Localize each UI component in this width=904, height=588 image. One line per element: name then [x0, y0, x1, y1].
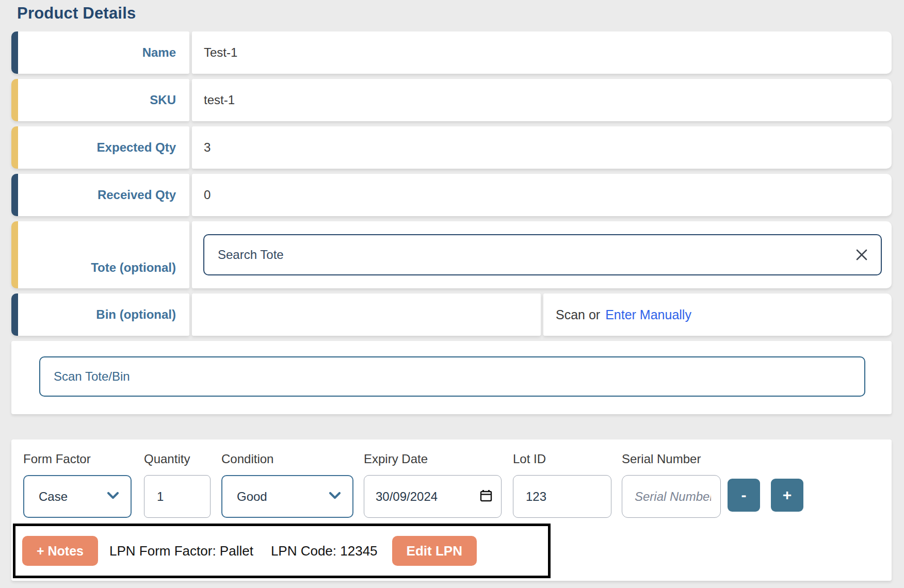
calendar-icon[interactable]	[479, 489, 493, 504]
page-title: Product Details	[17, 4, 136, 23]
product-details-page: Product Details NameTest-1SKUtest-1Expec…	[0, 0, 904, 588]
scan-tote-bin-input[interactable]	[39, 356, 865, 397]
tote-label-cell: Tote (optional)	[11, 221, 189, 288]
row-label: Expected Qty	[97, 140, 176, 155]
tote-row: Tote (optional) Search Tote	[11, 221, 892, 288]
bin-label-cell: Bin (optional)	[11, 293, 189, 336]
section-gap	[11, 419, 892, 434]
line-item-card: Form Factor Quantity Condition Expiry Da…	[11, 439, 892, 581]
lpn-section: + Notes LPN Form Factor: Pallet LPN Code…	[13, 524, 551, 578]
enter-manually-link[interactable]: Enter Manually	[605, 307, 691, 322]
detail-rows: NameTest-1SKUtest-1Expected Qty3Received…	[11, 31, 892, 216]
expiry-date-field[interactable]: 30/09/2024	[364, 475, 502, 518]
row-value: Test-1	[204, 45, 237, 60]
lot-id-label: Lot ID	[513, 452, 546, 466]
row-value-cell: Test-1	[192, 31, 892, 74]
quantity-input[interactable]	[156, 489, 202, 504]
lot-id-field	[513, 475, 611, 518]
scan-or-text: Scan or	[556, 307, 600, 322]
edit-lpn-button[interactable]: Edit LPN	[392, 536, 477, 566]
detail-row: SKUtest-1	[11, 79, 892, 121]
row-value: test-1	[204, 93, 235, 107]
row-value: 0	[204, 188, 211, 202]
bin-value-cell	[192, 293, 541, 336]
row-label-cell: Received Qty	[11, 174, 189, 216]
tote-value-cell: Search Tote	[192, 221, 892, 288]
scan-card	[11, 341, 892, 414]
quantity-label: Quantity	[144, 452, 190, 466]
tote-label: Tote (optional)	[91, 260, 176, 288]
serial-number-input[interactable]	[634, 489, 712, 504]
search-tote-input[interactable]: Search Tote	[203, 234, 882, 275]
increment-button[interactable]: +	[771, 479, 803, 512]
detail-row: NameTest-1	[11, 31, 892, 74]
row-value-cell: 3	[192, 126, 892, 169]
row-label: Received Qty	[98, 188, 176, 202]
form-factor-label: Form Factor	[23, 452, 91, 466]
search-tote-placeholder: Search Tote	[218, 248, 854, 262]
serial-number-label: Serial Number	[622, 452, 701, 466]
row-label: Name	[142, 45, 176, 60]
lpn-code-text: LPN Code: 12345	[271, 543, 378, 559]
detail-row: Received Qty0	[11, 174, 892, 216]
clear-icon[interactable]	[854, 247, 869, 263]
add-notes-button[interactable]: + Notes	[22, 536, 98, 566]
bin-label: Bin (optional)	[96, 307, 176, 322]
chevron-down-icon	[329, 492, 341, 501]
row-label-cell: Expected Qty	[11, 126, 189, 169]
row-label-cell: SKU	[11, 79, 189, 121]
chevron-down-icon	[107, 492, 119, 501]
serial-number-field	[622, 475, 721, 518]
condition-select[interactable]: Good	[221, 475, 353, 518]
row-label-cell: Name	[11, 31, 189, 74]
form-factor-select[interactable]: Case	[23, 475, 132, 518]
lot-id-input[interactable]	[525, 489, 603, 504]
quantity-field	[144, 475, 211, 518]
condition-label: Condition	[221, 452, 273, 466]
form-factor-value: Case	[39, 489, 68, 504]
row-value-cell: 0	[192, 174, 892, 216]
detail-row: Expected Qty3	[11, 126, 892, 169]
expiry-date-value: 30/09/2024	[376, 489, 438, 504]
row-label: SKU	[150, 93, 176, 107]
row-value-cell: test-1	[192, 79, 892, 121]
expiry-date-label: Expiry Date	[364, 452, 428, 466]
bin-scan-cell: Scan or Enter Manually	[543, 293, 892, 336]
content-column: NameTest-1SKUtest-1Expected Qty3Received…	[11, 31, 892, 581]
row-value: 3	[204, 140, 211, 155]
lpn-form-factor-text: LPN Form Factor: Pallet	[109, 543, 253, 559]
bin-row: Bin (optional) Scan or Enter Manually	[11, 293, 892, 336]
condition-value: Good	[237, 489, 267, 504]
decrement-button[interactable]: -	[728, 479, 760, 512]
